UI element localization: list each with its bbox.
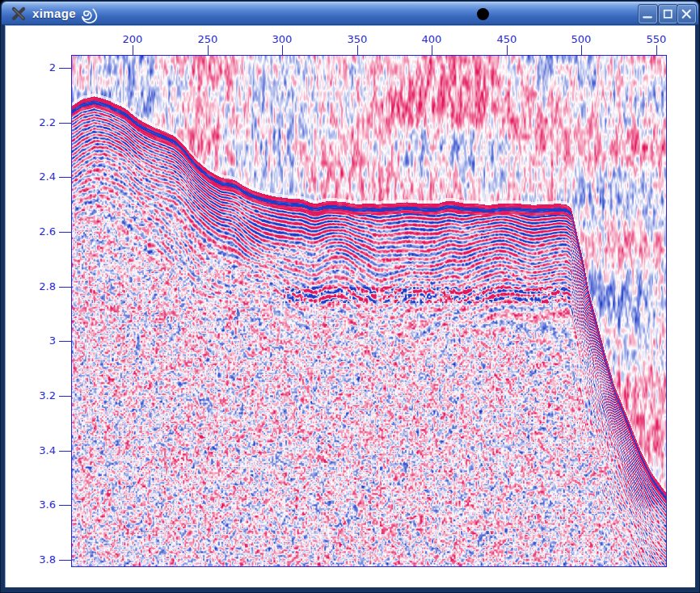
ximage-window: ximage 2002503 [0,0,700,593]
x-tick-mark [432,45,432,55]
titlebar[interactable]: ximage [2,2,698,25]
y-tick-mark [59,123,71,124]
x-tick-label: 250 [190,33,226,45]
minimize-button[interactable] [639,5,657,23]
x-tick-label: 500 [563,33,599,45]
seismic-image[interactable] [72,56,666,566]
maximize-button[interactable] [659,5,677,23]
y-tick-mark [59,287,71,288]
close-button[interactable] [677,5,696,23]
y-tick-mark [59,396,71,397]
x11-logo-icon[interactable] [10,5,27,23]
y-tick-label: 3.2 [20,389,56,402]
x-tick-mark [357,45,358,55]
y-tick-label: 2.6 [20,225,56,238]
client-area: 20025030035040045050055022.22.42.62.833.… [5,25,695,587]
window-title: ximage [32,6,76,20]
minimize-icon [639,6,656,23]
y-tick-label: 2.8 [20,280,56,293]
y-tick-label: 2.4 [20,170,56,183]
maximize-icon [660,6,677,23]
y-tick-label: 3 [20,334,56,347]
x-tick-mark [282,45,283,55]
x-tick-mark [656,45,657,55]
x-tick-mark [208,45,209,55]
y-tick-label: 3.6 [20,498,56,511]
y-tick-mark [59,451,71,452]
x-tick-label: 200 [115,33,150,45]
y-tick-label: 2.2 [20,116,56,129]
x-tick-mark [507,45,508,55]
x-tick-label: 550 [639,33,674,45]
black-dot [477,8,489,20]
x-tick-mark [581,45,582,55]
y-tick-label: 2 [20,61,56,74]
x-tick-label: 400 [414,33,449,45]
plot-frame: 20025030035040045050055022.22.42.62.833.… [71,55,667,567]
y-tick-mark [59,177,71,178]
y-tick-mark [59,68,71,69]
close-icon [678,6,695,23]
y-tick-mark [59,505,71,506]
x-tick-label: 450 [489,33,525,45]
x-tick-mark [133,45,133,55]
x-tick-label: 350 [339,33,375,45]
x-tick-label: 300 [264,33,300,45]
y-tick-label: 3.4 [20,444,56,457]
y-tick-mark [59,560,71,561]
y-tick-label: 3.8 [20,553,56,566]
spiral-icon [77,4,98,23]
y-tick-mark [59,232,71,233]
y-tick-mark [59,341,71,342]
